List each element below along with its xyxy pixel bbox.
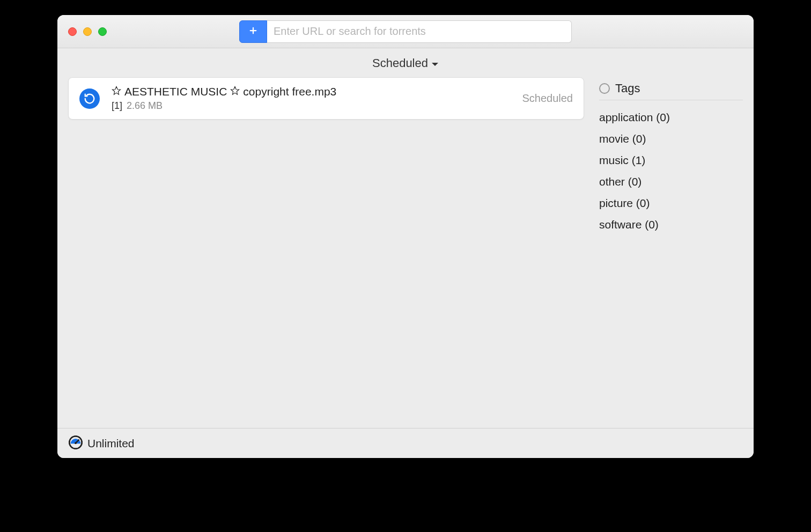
chevron-down-icon: [431, 60, 439, 69]
scheduled-icon: [79, 88, 100, 109]
tags-header-label: Tags: [615, 82, 640, 95]
filter-label: Scheduled: [372, 56, 428, 70]
downloads-list: AESTHETIC MUSIC copyright free.mp3 [1] 2…: [68, 77, 584, 428]
download-title-text-1: AESTHETIC MUSIC: [124, 85, 227, 98]
maximize-button[interactable]: [98, 27, 107, 36]
svg-marker-2: [113, 87, 121, 95]
tags-sidebar: Tags application (0) movie (0) music (1)…: [599, 77, 743, 428]
content-area: Scheduled: [57, 48, 754, 458]
tag-item-application[interactable]: application (0): [599, 107, 743, 128]
svg-point-7: [75, 442, 77, 444]
search-area: [239, 20, 572, 43]
add-button[interactable]: [239, 20, 267, 43]
download-title-text-2: copyright free.mp3: [243, 85, 336, 98]
download-item[interactable]: AESTHETIC MUSIC copyright free.mp3 [1] 2…: [68, 77, 584, 120]
tag-item-music[interactable]: music (1): [599, 150, 743, 171]
filter-row: Scheduled: [57, 48, 754, 74]
speedometer-icon[interactable]: [68, 435, 83, 452]
plus-icon: [248, 26, 258, 38]
star-icon: [230, 85, 240, 98]
download-info: AESTHETIC MUSIC copyright free.mp3 [1] 2…: [112, 85, 510, 112]
main-area: AESTHETIC MUSIC copyright free.mp3 [1] 2…: [57, 74, 754, 428]
titlebar: [57, 15, 754, 48]
download-title: AESTHETIC MUSIC copyright free.mp3: [112, 85, 510, 98]
tag-item-picture[interactable]: picture (0): [599, 193, 743, 214]
download-size: 2.66 MB: [127, 100, 163, 112]
close-button[interactable]: [68, 27, 77, 36]
tag-item-software[interactable]: software (0): [599, 214, 743, 235]
minimize-button[interactable]: [83, 27, 92, 36]
tag-item-other[interactable]: other (0): [599, 171, 743, 193]
svg-marker-3: [231, 87, 239, 95]
tags-header: Tags: [599, 82, 743, 100]
star-icon: [112, 85, 121, 98]
window-controls: [68, 27, 107, 36]
tag-item-movie[interactable]: movie (0): [599, 128, 743, 150]
download-status: Scheduled: [522, 92, 573, 105]
app-window: Scheduled: [57, 15, 754, 458]
filter-dropdown[interactable]: Scheduled: [372, 56, 439, 70]
download-index: [1]: [112, 100, 122, 112]
status-bar: Unlimited: [57, 428, 754, 458]
search-input[interactable]: [267, 20, 572, 43]
speed-label: Unlimited: [87, 437, 135, 450]
download-subinfo: [1] 2.66 MB: [112, 100, 510, 112]
tags-radio-icon[interactable]: [599, 83, 610, 94]
